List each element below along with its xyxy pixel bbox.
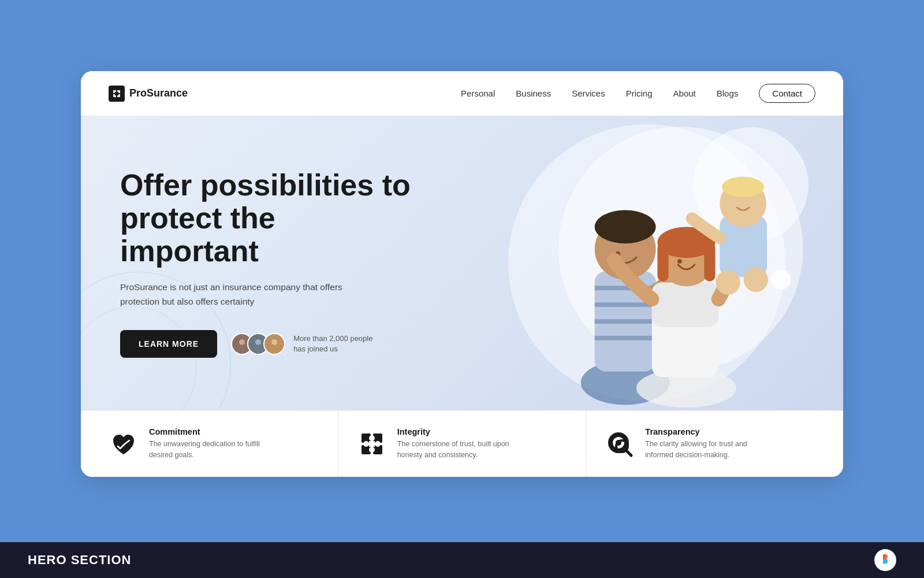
svg-point-25 <box>677 260 682 264</box>
svg-rect-23 <box>657 243 668 281</box>
hero-description: ProSurance is not just an insurance comp… <box>120 280 374 309</box>
svg-point-30 <box>744 268 768 292</box>
feature-integrity-text: Integrity The cornerstone of trust, buil… <box>397 427 513 461</box>
nav-item-contact[interactable]: Contact <box>759 84 815 103</box>
transparency-icon <box>605 429 635 459</box>
figma-icon <box>874 549 896 571</box>
feature-transparency-text: Transparency The clarity allowing for tr… <box>645 427 761 461</box>
feature-integrity: Integrity The cornerstone of trust, buil… <box>357 411 587 477</box>
svg-point-5 <box>254 346 263 351</box>
svg-point-36 <box>369 435 375 441</box>
svg-point-37 <box>369 447 375 453</box>
learn-more-button[interactable]: LEARN MORE <box>120 330 217 358</box>
svg-point-3 <box>237 346 247 351</box>
commitment-icon <box>109 429 139 459</box>
main-card: ProSurance Personal Business Services Pr… <box>81 71 843 477</box>
svg-point-6 <box>271 339 277 345</box>
avatar-3 <box>263 333 285 355</box>
hero-section: Offer possibilities to protect the impor… <box>81 116 843 410</box>
outer-background: ProSurance Personal Business Services Pr… <box>0 0 924 542</box>
svg-point-7 <box>270 346 279 351</box>
svg-point-16 <box>595 210 656 244</box>
integrity-icon <box>357 429 387 459</box>
avatars-group <box>231 333 285 355</box>
feature-transparency: Transparency The clarity allowing for tr… <box>605 411 815 477</box>
features-bar: Commitment The unwavering dedication to … <box>81 410 843 477</box>
svg-rect-1 <box>115 92 118 95</box>
svg-line-44 <box>627 451 631 455</box>
svg-rect-40 <box>369 441 375 447</box>
bottom-bar: HERO SECTION <box>0 542 924 578</box>
nav-links: Personal Business Services Pricing About… <box>461 84 815 103</box>
svg-rect-20 <box>652 283 718 327</box>
nav-item-blogs[interactable]: Blogs <box>717 88 739 99</box>
svg-point-38 <box>363 441 369 447</box>
nav-item-about[interactable]: About <box>673 88 696 99</box>
contact-button[interactable]: Contact <box>759 84 815 103</box>
svg-point-28 <box>722 177 764 197</box>
svg-point-31 <box>771 270 791 290</box>
family-illustration <box>485 116 843 410</box>
bottom-label: HERO SECTION <box>28 553 131 568</box>
svg-point-29 <box>716 271 740 295</box>
hero-content: Offer possibilities to protect the impor… <box>81 134 416 392</box>
navbar: ProSurance Personal Business Services Pr… <box>81 71 843 116</box>
svg-point-4 <box>255 339 261 345</box>
logo-icon <box>109 86 125 102</box>
hero-title: Offer possibilities to protect the impor… <box>120 169 416 268</box>
feature-commitment: Commitment The unwavering dedication to … <box>109 411 338 477</box>
nav-item-services[interactable]: Services <box>572 88 605 99</box>
nav-item-personal[interactable]: Personal <box>461 88 495 99</box>
social-proof: More than 2,000 people has joined us <box>231 333 372 355</box>
logo[interactable]: ProSurance <box>109 86 188 102</box>
social-proof-text: More than 2,000 people has joined us <box>293 334 372 354</box>
nav-item-pricing[interactable]: Pricing <box>626 88 653 99</box>
feature-commitment-text: Commitment The unwavering dedication to … <box>149 427 264 461</box>
hero-actions: LEARN MORE <box>120 330 416 358</box>
svg-point-2 <box>239 339 245 345</box>
nav-item-business[interactable]: Business <box>516 88 551 99</box>
svg-point-39 <box>375 441 381 447</box>
svg-rect-24 <box>704 243 715 281</box>
hero-image <box>485 116 843 410</box>
brand-name: ProSurance <box>129 87 188 99</box>
